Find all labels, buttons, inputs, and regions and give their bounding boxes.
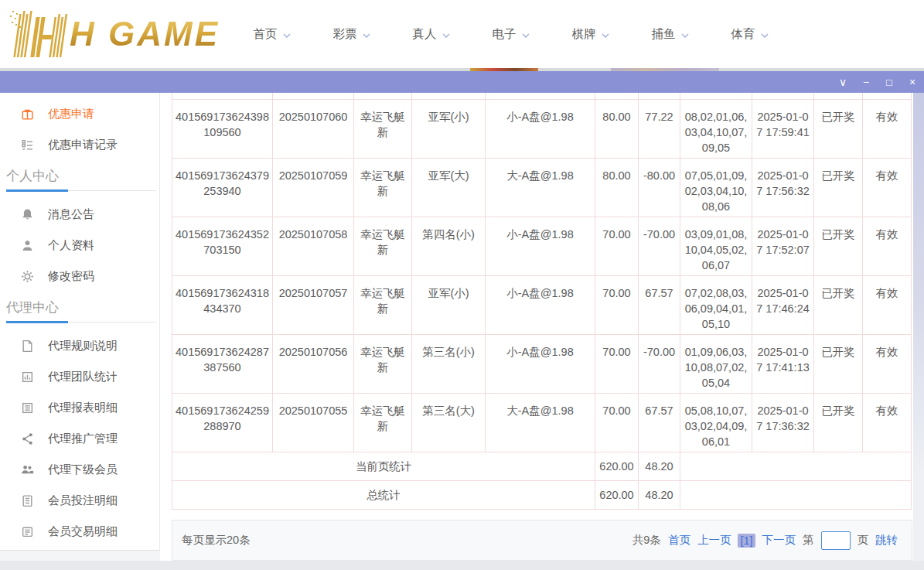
- sidebar-item-代理推广管理[interactable]: 代理推广管理: [0, 423, 159, 454]
- nav-item-真人[interactable]: 真人: [391, 26, 471, 43]
- cell-status: 已开奖: [814, 158, 863, 217]
- next-page-link[interactable]: 下一页: [762, 533, 796, 548]
- cell-time: 2025-01-07 17:56:32: [752, 158, 814, 217]
- page-jump-input[interactable]: [821, 531, 851, 550]
- modal-titlebar: ∨−□×: [0, 71, 924, 93]
- minimize-icon[interactable]: −: [854, 71, 878, 93]
- cell-amount: 80.00: [595, 158, 639, 217]
- cell-play: 亚军(小): [412, 275, 486, 334]
- table-cell: [680, 93, 752, 99]
- bet-records-table: 40156917362439810956020250107060幸运飞艇新亚军(…: [172, 93, 912, 510]
- sidebar-item-代理规则说明[interactable]: 代理规则说明: [0, 330, 159, 361]
- sidebar-item-会员投注明细[interactable]: 会员投注明细: [0, 485, 159, 516]
- pagination-controls: 共9条 首页 上一页 [1] 下一页 第 页 跳转: [632, 531, 898, 550]
- cell-game: 幸运飞艇新: [354, 275, 412, 334]
- cell-game: 幸运飞艇新: [354, 217, 412, 275]
- cell-order_id: 401569173624398109560: [172, 99, 273, 158]
- doc-icon: [21, 340, 34, 353]
- table-cell: [486, 93, 595, 99]
- summary-row: 当前页统计620.0048.20: [172, 452, 912, 480]
- cell-order_id: 401569173624259288970: [172, 393, 273, 452]
- sidebar-item-label: 消息公告: [48, 207, 94, 222]
- chevron-down-icon: [283, 27, 291, 41]
- sidebar-item-代理下级会员[interactable]: 代理下级会员: [0, 454, 159, 485]
- cell-time: 2025-01-07 17:46:24: [752, 275, 814, 334]
- sidebar-item-label: 代理下级会员: [48, 462, 118, 477]
- summary-profit: 48.20: [639, 452, 680, 480]
- nav-item-首页[interactable]: 首页: [232, 26, 312, 43]
- jump-suffix-label: 页: [858, 533, 869, 548]
- chevron-down-icon: [681, 27, 689, 41]
- maximize-icon[interactable]: □: [878, 71, 901, 93]
- cell-order_id: 401569173624379253940: [172, 158, 273, 217]
- cell-game: 幸运飞艇新: [354, 334, 412, 393]
- window-right-edge: [913, 93, 924, 570]
- cell-numbers: 01,09,06,03,10,08,07,02,05,04: [680, 334, 752, 393]
- site-logo[interactable]: H GAME: [6, 9, 224, 59]
- nav-item-label: 体育: [731, 26, 755, 43]
- sidebar-item-消息公告[interactable]: 消息公告: [0, 199, 159, 230]
- bet-list-icon: [21, 494, 34, 507]
- sidebar-section-header: 个人中心: [0, 166, 159, 191]
- cell-period: 20250107060: [273, 99, 354, 158]
- sidebar-item-代理报表明细[interactable]: 代理报表明细: [0, 392, 159, 423]
- sidebar-item-会员交易明细[interactable]: 会员交易明细: [0, 516, 159, 547]
- cell-profit: 67.57: [639, 275, 680, 334]
- sidebar-item-个人资料[interactable]: 个人资料: [0, 230, 159, 261]
- cell-play: 亚军(大): [412, 158, 486, 217]
- cell-period: 20250107057: [273, 275, 354, 334]
- sidebar-section-title: 个人中心: [6, 166, 159, 186]
- sidebar-item-label: 会员投注明细: [48, 493, 118, 508]
- close-icon[interactable]: ×: [901, 71, 924, 93]
- cell-game: 幸运飞艇新: [354, 158, 412, 217]
- jump-button[interactable]: 跳转: [875, 533, 898, 548]
- gear-icon: [21, 270, 34, 283]
- app-window: H GAME 首页彩票真人电子棋牌捕鱼体育 ∨−□× 优惠申请优惠申请记录个人中…: [0, 0, 924, 570]
- cell-order_id: 401569173624287387560: [172, 334, 273, 393]
- sidebar-item-label: 代理规则说明: [48, 339, 118, 353]
- cell-valid: 有效: [863, 393, 912, 452]
- chevron-down-icon[interactable]: ∨: [831, 71, 854, 93]
- cell-content: 小-A盘@1.98: [486, 334, 595, 393]
- total-count-label: 共9条: [632, 533, 661, 548]
- first-page-link[interactable]: 首页: [668, 533, 690, 548]
- sidebar-item-优惠申请记录[interactable]: 优惠申请记录: [0, 129, 159, 160]
- table-cell: [639, 93, 680, 99]
- nav-item-电子[interactable]: 电子: [471, 26, 551, 43]
- chart-icon: [21, 370, 34, 384]
- cell-amount: 70.00: [595, 393, 639, 452]
- table-row: 40156917362435270315020250107058幸运飞艇新第四名…: [172, 217, 912, 275]
- sidebar-item-代理团队统计[interactable]: 代理团队统计: [0, 361, 159, 392]
- chevron-down-icon: [442, 27, 450, 41]
- sidebar-item-label: 代理推广管理: [48, 432, 118, 446]
- table-cell: [354, 93, 412, 99]
- jump-prefix-label: 第: [803, 533, 814, 548]
- nav-item-label: 首页: [254, 26, 278, 43]
- site-header: H GAME 首页彩票真人电子棋牌捕鱼体育: [0, 0, 924, 68]
- nav-item-捕鱼[interactable]: 捕鱼: [630, 26, 710, 43]
- nav-item-体育[interactable]: 体育: [710, 26, 789, 43]
- prev-page-link[interactable]: 上一页: [697, 533, 731, 548]
- cell-amount: 80.00: [595, 99, 639, 158]
- sidebar-item-label: 优惠申请记录: [48, 138, 118, 152]
- table-row: 40156917362425928897020250107055幸运飞艇新第三名…: [172, 393, 912, 452]
- table-cell: [595, 93, 639, 99]
- cell-status: 已开奖: [814, 393, 863, 452]
- cell-play: 第四名(小): [412, 217, 486, 275]
- sidebar-item-优惠申请[interactable]: 优惠申请: [0, 98, 159, 129]
- cell-period: 20250107055: [273, 393, 354, 452]
- cell-content: 小-A盘@1.98: [486, 217, 595, 275]
- main-nav: 首页彩票真人电子棋牌捕鱼体育: [232, 0, 789, 68]
- summary-amount: 620.00: [595, 452, 639, 480]
- sidebar-item-label: 优惠申请: [48, 107, 94, 121]
- nav-item-label: 捕鱼: [652, 26, 676, 43]
- chevron-down-icon: [761, 27, 769, 41]
- cell-order_id: 401569173624352703150: [172, 217, 273, 275]
- sidebar-item-修改密码[interactable]: 修改密码: [0, 261, 159, 292]
- nav-item-棋牌[interactable]: 棋牌: [551, 26, 630, 43]
- sidebar-item-label: 修改密码: [48, 269, 94, 284]
- summary-row: 总统计620.0048.20: [172, 480, 912, 509]
- nav-item-彩票[interactable]: 彩票: [312, 26, 391, 43]
- page-background: [0, 551, 160, 561]
- chevron-down-icon: [522, 27, 530, 41]
